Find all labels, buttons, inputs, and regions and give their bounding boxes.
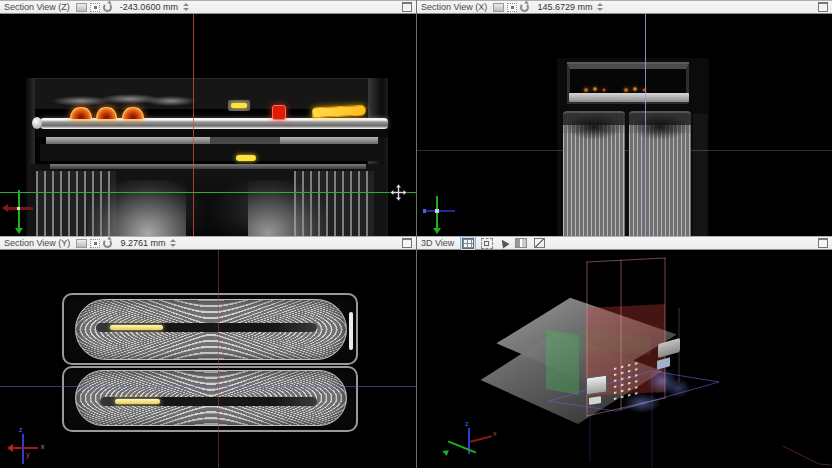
dense-component-highlight (272, 105, 286, 120)
axis-x-line (470, 435, 492, 442)
snapshot-icon[interactable] (76, 239, 87, 248)
ct-inspection-workspace: Section View (Z) -243.0600 mm (0, 0, 832, 468)
pcb-chip (586, 375, 607, 396)
grid-icon[interactable] (460, 236, 476, 251)
viewport-title: Section View (Z) (4, 2, 70, 12)
jelly-roll-end-xray (563, 111, 625, 236)
flip-glyph (515, 238, 527, 248)
low-density-glow (623, 393, 661, 413)
axis-gizmo (423, 196, 467, 236)
viewport-section-x: Section View (X) 145.6729 mm (416, 0, 832, 236)
busbar-end-cap (32, 117, 42, 129)
jelly-roll-end-xray (629, 111, 691, 236)
crosshair-vertical-red[interactable] (218, 250, 219, 468)
section-position-field[interactable]: 145.6729 mm (537, 2, 592, 12)
cursor-glyph (499, 237, 510, 248)
clip-box-glyph (534, 238, 545, 248)
cursor-icon[interactable] (498, 237, 510, 249)
flip-icon[interactable] (513, 236, 529, 250)
axis-x-arrow (2, 204, 8, 212)
titlebar-section-x: Section View (X) 145.6729 mm (417, 0, 832, 14)
electrode-tab-highlight (110, 325, 163, 330)
viewport-section-y: Section View (Y) 9.2761 mm z (0, 236, 416, 468)
axis-z-label: z (465, 420, 469, 427)
section-z-canvas[interactable] (0, 14, 416, 236)
titlebar-section-z: Section View (Z) -243.0600 mm (0, 0, 416, 14)
position-spinner[interactable] (168, 238, 177, 248)
section-y-canvas[interactable]: z y x (0, 250, 416, 468)
axis-gizmo (6, 190, 50, 236)
section-x-canvas[interactable] (417, 14, 832, 236)
crosshair-horizontal[interactable] (417, 150, 832, 151)
reset-view-icon[interactable] (90, 239, 100, 248)
axis-z-tick (423, 209, 426, 213)
jelly-roll-top-xray (30, 164, 386, 236)
roll-gap (626, 111, 629, 236)
connector-highlight (231, 103, 247, 108)
axis-x-label: x (493, 430, 497, 437)
axis-y-arrow (433, 228, 441, 234)
busbar-xray (40, 118, 388, 129)
axis-origin (17, 207, 20, 210)
maximize-icon[interactable] (818, 238, 828, 248)
position-spinner[interactable] (595, 2, 604, 12)
tab-highlight (236, 155, 256, 161)
axis-z-line (423, 210, 455, 212)
axis-y-line (448, 440, 477, 453)
axis-gizmo: z y x (10, 426, 56, 468)
section-position-field[interactable]: 9.2761 mm (120, 238, 165, 248)
snapshot-icon[interactable] (493, 3, 504, 12)
titlebar-section-y: Section View (Y) 9.2761 mm (0, 236, 416, 250)
weld-highlight (70, 107, 92, 120)
axis-arrow (7, 444, 13, 452)
sync-icon[interactable] (520, 3, 529, 12)
maximize-icon[interactable] (818, 2, 828, 12)
maximize-icon[interactable] (402, 238, 412, 248)
axis-x-line (10, 447, 38, 449)
fit-view-icon[interactable] (479, 236, 495, 251)
terminal-strip-xray (569, 93, 689, 102)
terminal-highlight (312, 105, 367, 119)
axis-y-arrow (15, 228, 23, 234)
position-spinner[interactable] (181, 2, 190, 12)
crosshair-vertical-red[interactable] (193, 14, 194, 236)
move-cursor-icon (389, 183, 408, 206)
reset-view-icon[interactable] (90, 3, 100, 12)
weld-highlight (96, 107, 117, 120)
low-density-glow (665, 378, 691, 398)
reset-view-icon[interactable] (507, 3, 517, 12)
xray-glare (146, 96, 196, 106)
axis-origin (435, 209, 439, 213)
viewport-3d: 3D View (416, 236, 832, 468)
viewport-section-z: Section View (Z) -243.0600 mm (0, 0, 416, 236)
snapshot-icon[interactable] (76, 3, 87, 12)
axis-x-label: x (41, 443, 45, 450)
maximize-icon[interactable] (402, 2, 412, 12)
render-3d-canvas[interactable]: z x (417, 250, 832, 468)
crosshair-horizontal-blue[interactable] (0, 386, 416, 387)
viewport-title: 3D View (421, 238, 454, 248)
axis-z-label: z (19, 426, 23, 433)
axis-z-line (22, 434, 24, 464)
weld-highlight (580, 84, 610, 94)
crosshair-horizontal-green[interactable] (0, 192, 416, 193)
case-gap (40, 144, 384, 161)
roll-center-gap (186, 172, 248, 236)
inner-lid-shadow (210, 137, 280, 144)
roll-top-edge (50, 164, 366, 169)
sync-icon[interactable] (103, 3, 112, 12)
clip-box-icon[interactable] (532, 236, 547, 250)
sync-icon[interactable] (103, 239, 112, 248)
case-shadow (693, 114, 707, 236)
titlebar-3d: 3D View (417, 236, 832, 250)
electrode-tab-highlight (115, 399, 160, 404)
axis-y-arrow (441, 448, 449, 456)
case-gap (36, 129, 388, 137)
fit-glyph (481, 238, 493, 249)
weld-highlight (122, 107, 144, 120)
viewport-title: Section View (X) (421, 2, 487, 12)
axis-y-label: y (26, 451, 30, 458)
crosshair-vertical-lavender[interactable] (645, 14, 646, 236)
section-position-field[interactable]: -243.0600 mm (120, 2, 178, 12)
tab-edge-highlight (349, 312, 353, 350)
